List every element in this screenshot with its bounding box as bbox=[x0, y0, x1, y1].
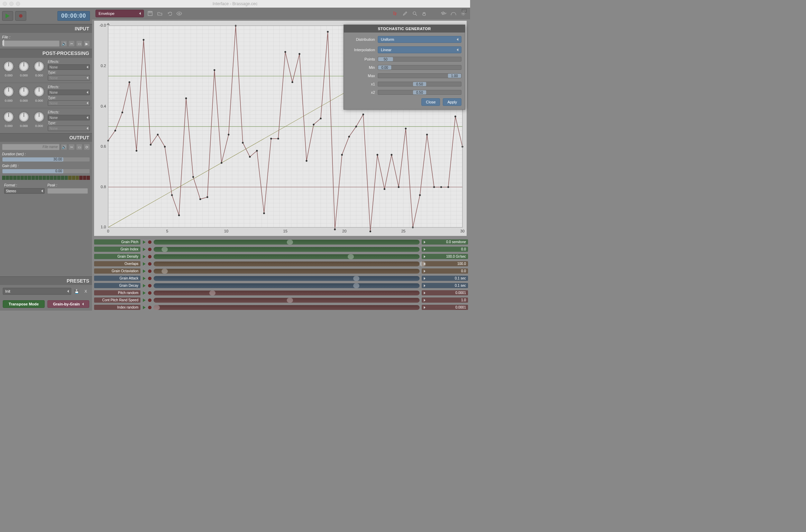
knob[interactable]: 0.000 bbox=[17, 110, 30, 131]
curve-icon[interactable] bbox=[450, 10, 457, 17]
max-slider[interactable]: 1.00 bbox=[378, 73, 461, 78]
param-record-icon[interactable] bbox=[148, 248, 152, 251]
speaker-icon[interactable]: 🔊 bbox=[61, 40, 67, 47]
output-filename-field[interactable]: File name bbox=[2, 144, 59, 150]
effects-dropdown[interactable]: None bbox=[48, 90, 90, 95]
param-record-icon[interactable] bbox=[148, 255, 152, 258]
type-dropdown[interactable]: None bbox=[48, 75, 90, 81]
close-window-button[interactable] bbox=[3, 2, 7, 6]
param-value[interactable]: 0.0 bbox=[422, 247, 468, 252]
param-slider[interactable] bbox=[154, 291, 420, 295]
scissors-out-icon[interactable]: ✂ bbox=[68, 144, 75, 150]
param-slider[interactable] bbox=[154, 276, 420, 281]
save-icon[interactable] bbox=[147, 10, 154, 17]
param-play-icon[interactable] bbox=[143, 240, 146, 244]
input-file-dropdown[interactable] bbox=[2, 40, 59, 47]
play-button[interactable] bbox=[2, 11, 13, 21]
param-record-icon[interactable] bbox=[148, 277, 152, 280]
scissors-icon[interactable]: ✂ bbox=[68, 40, 75, 47]
param-value[interactable]: 0.0 bbox=[422, 268, 468, 274]
knob[interactable]: 0.000 bbox=[2, 60, 15, 81]
param-value[interactable]: 0.0 semitone bbox=[422, 239, 468, 245]
close-button[interactable]: Close bbox=[421, 98, 440, 106]
param-record-icon[interactable] bbox=[148, 240, 152, 244]
grain-by-grain-button[interactable]: Grain-by-Grain bbox=[47, 300, 89, 308]
param-record-icon[interactable] bbox=[148, 262, 152, 266]
param-record-icon[interactable] bbox=[148, 306, 152, 309]
waveform-icon[interactable] bbox=[440, 10, 447, 17]
param-value[interactable]: 0.0001 bbox=[422, 290, 468, 295]
effects-dropdown[interactable]: None bbox=[48, 64, 90, 70]
zoom-window-button[interactable] bbox=[16, 2, 20, 6]
undo-icon[interactable] bbox=[166, 10, 173, 17]
record-button[interactable] bbox=[15, 11, 26, 21]
type-dropdown[interactable]: None bbox=[48, 126, 90, 131]
param-play-icon[interactable] bbox=[143, 291, 146, 295]
param-value[interactable]: 100.0 Gr/sec bbox=[422, 254, 468, 259]
param-value[interactable]: 100.0 bbox=[422, 261, 468, 266]
param-play-icon[interactable] bbox=[143, 262, 146, 266]
param-slider[interactable] bbox=[154, 247, 420, 252]
param-record-icon[interactable] bbox=[148, 291, 152, 295]
param-slider[interactable] bbox=[154, 298, 420, 303]
param-value[interactable]: 1.0 bbox=[422, 297, 468, 303]
open-icon[interactable] bbox=[156, 10, 163, 17]
minimize-window-button[interactable] bbox=[9, 2, 13, 6]
speaker-out-icon[interactable]: 🔊 bbox=[61, 144, 67, 150]
knob[interactable]: 0.000 bbox=[33, 85, 46, 106]
folder-icon[interactable]: ▭ bbox=[76, 40, 82, 47]
zoom-icon[interactable] bbox=[411, 10, 418, 17]
effects-dropdown[interactable]: None bbox=[48, 115, 90, 120]
param-play-icon[interactable] bbox=[143, 299, 146, 302]
param-value[interactable]: 0.1 sec bbox=[422, 276, 468, 281]
peak-field[interactable] bbox=[47, 188, 88, 194]
duration-slider[interactable]: 30.00 bbox=[2, 157, 90, 162]
param-slider[interactable] bbox=[154, 254, 420, 259]
pointer-icon[interactable] bbox=[392, 10, 399, 17]
play-file-icon[interactable]: ▶ bbox=[84, 40, 90, 47]
delete-preset-icon[interactable]: X bbox=[82, 288, 89, 295]
param-slider[interactable] bbox=[154, 283, 420, 288]
knob[interactable]: 0.000 bbox=[33, 110, 46, 131]
param-value[interactable]: 0.0001 bbox=[422, 305, 468, 310]
param-value[interactable]: 0.1 sec bbox=[422, 283, 468, 288]
param-slider[interactable] bbox=[154, 305, 420, 310]
param-play-icon[interactable] bbox=[143, 306, 146, 309]
pencil-icon[interactable] bbox=[402, 10, 409, 17]
gear-icon[interactable] bbox=[460, 10, 467, 17]
format-dropdown[interactable]: Stereo bbox=[4, 188, 45, 194]
knob[interactable]: 0.000 bbox=[33, 60, 46, 81]
param-play-icon[interactable] bbox=[143, 269, 146, 273]
knob[interactable]: 0.000 bbox=[2, 110, 15, 131]
x1-slider[interactable]: 0.50 bbox=[378, 82, 461, 86]
apply-button[interactable]: Apply bbox=[443, 98, 461, 106]
param-play-icon[interactable] bbox=[143, 255, 146, 258]
param-play-icon[interactable] bbox=[143, 248, 146, 251]
knob[interactable]: 0.000 bbox=[17, 85, 30, 106]
distribution-dropdown[interactable]: Uniform bbox=[378, 36, 461, 43]
interpolation-dropdown[interactable]: Linear bbox=[378, 46, 461, 53]
reload-icon[interactable]: ⟳ bbox=[84, 144, 90, 150]
knob[interactable]: 0.000 bbox=[17, 60, 30, 81]
hand-icon[interactable] bbox=[421, 10, 428, 17]
save-preset-icon[interactable]: 💾 bbox=[73, 288, 80, 295]
param-play-icon[interactable] bbox=[143, 277, 146, 280]
param-record-icon[interactable] bbox=[148, 269, 152, 273]
param-slider[interactable] bbox=[154, 240, 420, 245]
param-slider[interactable] bbox=[154, 269, 420, 274]
gain-slider[interactable]: 0.00 bbox=[2, 169, 90, 174]
points-slider[interactable]: 50 bbox=[378, 57, 461, 62]
envelope-dropdown[interactable]: Envelope bbox=[95, 10, 144, 17]
param-slider[interactable] bbox=[154, 262, 420, 266]
preset-dropdown[interactable]: Init bbox=[3, 288, 71, 295]
type-dropdown[interactable]: None bbox=[48, 100, 90, 106]
folder-out-icon[interactable]: ▭ bbox=[76, 144, 82, 150]
eye-icon[interactable] bbox=[176, 10, 183, 17]
min-slider[interactable]: 0.00 bbox=[378, 65, 461, 70]
knob[interactable]: 0.000 bbox=[2, 85, 15, 106]
x2-slider[interactable]: 0.50 bbox=[378, 90, 461, 95]
param-record-icon[interactable] bbox=[148, 299, 152, 302]
param-record-icon[interactable] bbox=[148, 284, 152, 287]
param-play-icon[interactable] bbox=[143, 284, 146, 287]
transpose-mode-button[interactable]: Transpose Mode bbox=[3, 300, 45, 308]
